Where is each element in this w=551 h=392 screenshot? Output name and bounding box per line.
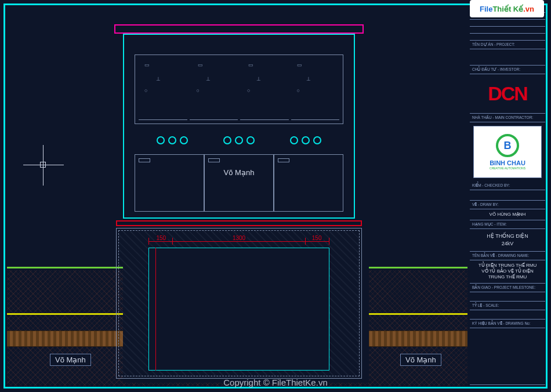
binhchau-logo: B BINH CHAU CREATIVE AUTOMATIONS — [473, 126, 542, 178]
dimension-top: 150 1300 150 — [148, 236, 329, 246]
tb-dwgno-label: KÝ HIỆU BẢN VẼ - DRAWING No: — [472, 321, 531, 325]
site-watermark-logo: File Thiết Kế .vn — [470, 0, 544, 17]
logo-part1: File — [480, 5, 492, 13]
logo-domain: .vn — [523, 5, 534, 13]
tb-item-l2: 24kV — [471, 240, 544, 248]
tb-contractor-label: NHÀ THẦU - MAIN CONTRACTOR: — [472, 115, 533, 119]
dim-pit-width: 1300 — [231, 235, 247, 241]
title-block: TÊN DỰ ÁN - PROJECT: CHỦ ĐẦU TƯ - INVEST… — [470, 6, 545, 385]
tb-checked-label: KIỂM - CHECKED BY: — [472, 183, 510, 187]
logo-part2: Thiết Kế — [492, 5, 523, 13]
indicator-row — [139, 136, 339, 153]
tb-dwgname-l3: TRUNG THẾ RMU — [471, 274, 544, 280]
dim-left-margin: 150 — [154, 235, 168, 241]
binhchau-mark-icon: B — [496, 134, 519, 157]
tb-drawn-label: VẼ - DRAW BY: — [472, 202, 499, 206]
cabinet-enclosure: ▭⊥○ ▭⊥○ ▭⊥○ ▭⊥○ — [123, 34, 355, 219]
base-channel — [116, 220, 362, 226]
binhchau-sub: CREATIVE AUTOMATIONS — [490, 166, 525, 170]
ucs-crosshair-icon — [23, 145, 64, 186]
tb-milestone-label: BẢN GIAO - PROJECT MILESTONE: — [472, 285, 535, 289]
cabinet-doors — [135, 154, 343, 212]
tb-project-label: TÊN DỰ ÁN - PROJECT: — [472, 42, 515, 46]
foundation-section: 150 1300 150 — [116, 228, 362, 379]
dim-right-margin: 150 — [310, 235, 324, 241]
author-watermark: Võ Mạnh — [224, 168, 255, 177]
author-watermark-right: Võ Mạnh — [400, 354, 441, 366]
tb-scale-label: TỶ LỆ - SCALE: — [472, 303, 499, 307]
tb-item-label: HẠNG MỤC - ITEM: — [472, 222, 506, 226]
tb-item: HỆ THỐNG ĐIỆN 24kV — [470, 229, 545, 251]
rmu-cabinet: ▭⊥○ ▭⊥○ ▭⊥○ ▭⊥○ Võ Mạnh — [123, 24, 355, 219]
tb-drawn-by: VÕ HÙNG MẠNH — [470, 209, 545, 220]
tb-dwgname-l2: VỎ TỦ BẢO VỆ TỦ ĐIỆN — [471, 268, 544, 274]
dimension-vertical — [152, 248, 160, 371]
author-watermark-left: Võ Mạnh — [50, 354, 91, 366]
tb-item-l1: HỆ THỐNG ĐIỆN — [471, 233, 544, 240]
cabinet-roof — [114, 24, 364, 34]
binhchau-name: BINH CHAU — [490, 159, 525, 166]
tb-investor-label: CHỦ ĐẦU TƯ - INVESTOR: — [472, 67, 520, 71]
mimic-panel: ▭⊥○ ▭⊥○ ▭⊥○ ▭⊥○ — [135, 55, 343, 124]
tb-dwgname-label: TÊN BẢN VẼ - DRAWING NAME: — [472, 253, 529, 257]
tb-dwgname: TỦ ĐIỆN TRUNG THẾ RMU VỎ TỦ BẢO VỆ TỦ ĐI… — [470, 260, 545, 284]
tb-dwgname-l1: TỦ ĐIỆN TRUNG THẾ RMU — [471, 263, 544, 268]
cable-pit — [148, 248, 329, 371]
dcn-logo: DCN — [470, 74, 545, 114]
copyright-watermark: Copyright © FileThietKe.vn — [223, 378, 327, 387]
